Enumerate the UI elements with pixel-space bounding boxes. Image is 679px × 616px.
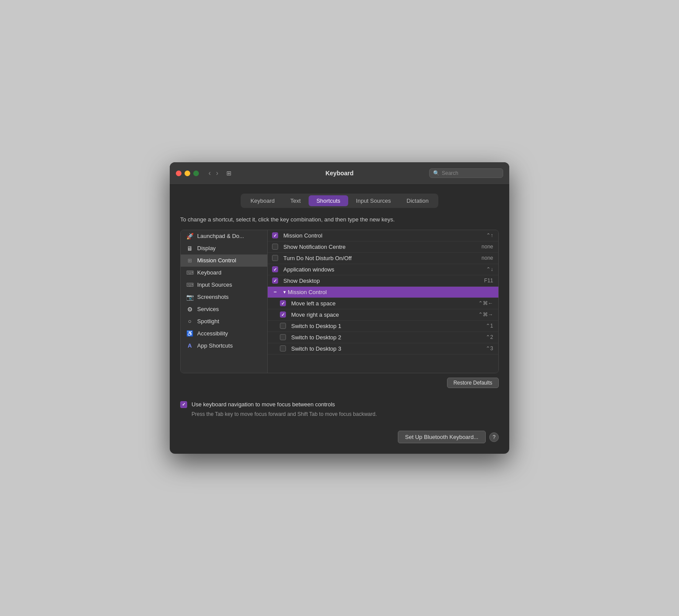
sidebar-item-app-shortcuts[interactable]: A App Shortcuts	[181, 340, 267, 352]
back-button[interactable]: ‹	[207, 169, 212, 177]
sidebar-label-mission-control: Mission Control	[197, 257, 236, 264]
sidebar-item-spotlight[interactable]: ○ Spotlight	[181, 315, 267, 328]
accessibility-icon: ♿	[186, 330, 194, 338]
instruction-text: To change a shortcut, select it, click t…	[180, 216, 499, 224]
minimize-button[interactable]	[185, 171, 190, 176]
sidebar-item-accessibility[interactable]: ♿ Accessibility	[181, 328, 267, 340]
shortcuts-panel: 🚀 Launchpad & Do... 🖥 Display ⊞ Mission …	[180, 230, 499, 373]
group-arrow-icon: ▾	[283, 289, 286, 295]
shortcut-row-move-right: Move right a space ⌃⌘→	[268, 309, 498, 321]
checkbox-move-right[interactable]	[280, 311, 286, 318]
keyboard-icon: ⌨	[186, 269, 194, 277]
nav-buttons: ‹ ›	[207, 169, 220, 177]
shortcut-key-desktop-2: ⌃2	[486, 334, 493, 340]
sidebar-label-app-shortcuts: App Shortcuts	[197, 342, 233, 349]
shortcut-key-notification: none	[481, 244, 493, 250]
search-box[interactable]: 🔍	[429, 168, 503, 178]
help-button[interactable]: ?	[489, 432, 499, 442]
sidebar: 🚀 Launchpad & Do... 🖥 Display ⊞ Mission …	[181, 230, 268, 373]
mission-control-icon: ⊞	[186, 257, 194, 264]
content-area: Keyboard Text Shortcuts Input Sources Di…	[170, 185, 509, 454]
sidebar-item-input-sources[interactable]: ⌨ Input Sources	[181, 279, 267, 291]
checkbox-notification[interactable]	[272, 244, 278, 250]
keyboard-nav-description: Press the Tab key to move focus forward …	[192, 411, 499, 418]
tab-bar: Keyboard Text Shortcuts Input Sources Di…	[241, 194, 438, 208]
shortcut-row-group-header[interactable]: ▾ Mission Control	[268, 287, 498, 298]
shortcut-name-move-right: Move right a space	[291, 311, 478, 318]
search-icon: 🔍	[433, 170, 440, 176]
tab-keyboard[interactable]: Keyboard	[242, 195, 282, 206]
checkbox-app-windows[interactable]	[272, 266, 278, 272]
sidebar-label-display: Display	[197, 245, 216, 251]
shortcut-key-mission-control: ⌃↑	[486, 232, 493, 238]
maximize-button[interactable]	[193, 171, 199, 176]
restore-defaults-button[interactable]: Restore Defaults	[447, 378, 499, 388]
sidebar-label-services: Services	[197, 306, 219, 312]
shortcut-row-desktop-1: Switch to Desktop 1 ⌃1	[268, 321, 498, 332]
shortcut-row-desktop-3: Switch to Desktop 3 ⌃3	[268, 343, 498, 355]
search-input[interactable]	[442, 170, 499, 176]
app-shortcuts-icon: A	[186, 342, 194, 350]
grid-icon: ⊞	[226, 170, 232, 177]
tab-input-sources[interactable]: Input Sources	[348, 195, 399, 206]
tab-text[interactable]: Text	[282, 195, 309, 206]
shortcut-name-notification: Show Notification Centre	[283, 244, 481, 250]
shortcut-name-desktop-1: Switch to Desktop 1	[291, 323, 486, 329]
shortcut-key-move-left: ⌃⌘←	[478, 300, 493, 306]
sidebar-label-accessibility: Accessibility	[197, 330, 228, 337]
shortcut-key-desktop-3: ⌃3	[486, 345, 493, 352]
shortcut-row-notification: Show Notification Centre none	[268, 241, 498, 253]
restore-defaults-row: Restore Defaults	[180, 378, 499, 388]
sidebar-label-input-sources: Input Sources	[197, 281, 232, 288]
sidebar-item-services[interactable]: ⚙ Services	[181, 303, 267, 315]
checkbox-group-minus[interactable]	[272, 289, 278, 295]
services-icon: ⚙	[186, 305, 194, 313]
checkbox-show-desktop[interactable]	[272, 278, 278, 284]
shortcut-name-move-left: Move left a space	[291, 300, 478, 307]
shortcut-key-desktop-1: ⌃1	[486, 323, 493, 329]
shortcut-key-show-desktop: F11	[484, 278, 493, 284]
shortcut-row-desktop-2: Switch to Desktop 2 ⌃2	[268, 332, 498, 343]
close-button[interactable]	[176, 171, 182, 176]
sidebar-item-mission-control[interactable]: ⊞ Mission Control	[181, 254, 267, 267]
shortcut-name-desktop-2: Switch to Desktop 2	[291, 334, 486, 341]
forward-button[interactable]: ›	[214, 169, 220, 177]
bottom-section: Use keyboard navigation to move focus be…	[180, 401, 499, 418]
checkbox-mission-control[interactable]	[272, 232, 278, 238]
sidebar-item-launchpad[interactable]: 🚀 Launchpad & Do...	[181, 230, 267, 242]
tab-dictation[interactable]: Dictation	[399, 195, 437, 206]
traffic-lights	[176, 171, 199, 176]
checkbox-desktop-1[interactable]	[280, 323, 286, 329]
shortcut-row-mission-control: Mission Control ⌃↑	[268, 230, 498, 241]
spotlight-icon: ○	[186, 318, 194, 325]
shortcut-name-mission-control: Mission Control	[283, 232, 486, 239]
checkbox-dnd[interactable]	[272, 255, 278, 261]
sidebar-label-launchpad: Launchpad & Do...	[197, 233, 244, 239]
shortcut-name-app-windows: Application windows	[283, 266, 486, 273]
shortcut-key-dnd: none	[481, 255, 493, 261]
sidebar-label-keyboard: Keyboard	[197, 269, 222, 276]
shortcut-key-move-right: ⌃⌘→	[478, 311, 493, 318]
bottom-buttons: Set Up Bluetooth Keyboard... ?	[180, 431, 499, 443]
checkbox-desktop-3[interactable]	[280, 345, 286, 352]
keyboard-nav-row: Use keyboard navigation to move focus be…	[180, 401, 499, 408]
titlebar: ‹ › ⊞ Keyboard 🔍	[170, 162, 509, 185]
shortcut-key-app-windows: ⌃↓	[486, 266, 493, 272]
checkbox-desktop-2[interactable]	[280, 334, 286, 340]
tab-shortcuts[interactable]: Shortcuts	[309, 195, 348, 206]
window-title: Keyboard	[326, 170, 354, 177]
sidebar-item-display[interactable]: 🖥 Display	[181, 242, 267, 254]
keyboard-nav-checkbox[interactable]	[180, 401, 187, 408]
sidebar-label-spotlight: Spotlight	[197, 318, 219, 325]
checkbox-move-left[interactable]	[280, 300, 286, 306]
shortcut-row-show-desktop: Show Desktop F11	[268, 275, 498, 287]
shortcut-row-dnd: Turn Do Not Disturb On/Off none	[268, 253, 498, 264]
launchpad-icon: 🚀	[186, 232, 194, 240]
sidebar-item-keyboard[interactable]: ⌨ Keyboard	[181, 267, 267, 279]
sidebar-label-screenshots: Screenshots	[197, 294, 229, 300]
shortcut-name-show-desktop: Show Desktop	[283, 278, 484, 284]
bluetooth-keyboard-button[interactable]: Set Up Bluetooth Keyboard...	[398, 431, 486, 443]
sidebar-item-screenshots[interactable]: 📷 Screenshots	[181, 291, 267, 303]
screenshots-icon: 📷	[186, 293, 194, 301]
shortcuts-list: Mission Control ⌃↑ Show Notification Cen…	[268, 230, 498, 373]
